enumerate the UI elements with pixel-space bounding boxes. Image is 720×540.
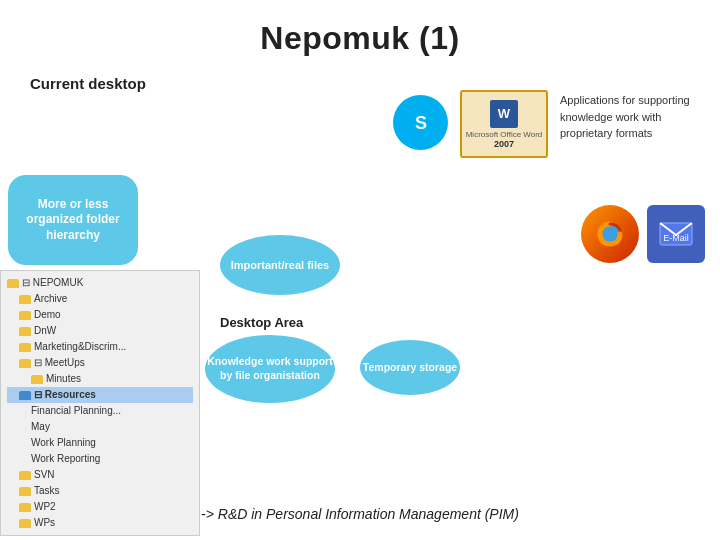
msword-year: 2007 bbox=[494, 139, 514, 149]
folder-item: Financial Planning... bbox=[7, 403, 193, 419]
folder-item: May bbox=[7, 419, 193, 435]
folder-icon bbox=[19, 359, 31, 368]
folder-icon bbox=[31, 375, 43, 384]
desktop-area-label: Desktop Area bbox=[220, 315, 303, 330]
important-files-bubble: Important/real files bbox=[220, 235, 340, 295]
knowledge-work-bubble: Knowledge work support by file organista… bbox=[205, 335, 335, 403]
folder-item: SVN bbox=[7, 467, 193, 483]
folder-item: Demo bbox=[7, 307, 193, 323]
folder-icon bbox=[7, 279, 19, 288]
slide-container: Nepomuk (1) Current desktop More or less… bbox=[0, 0, 720, 540]
right-section: S W Microsoft Office Word 2007 Applicati… bbox=[393, 90, 705, 158]
folder-item: Work Planning bbox=[7, 435, 193, 451]
folder-item: Work Reporting bbox=[7, 451, 193, 467]
knowledge-work-text: Knowledge work support by file organista… bbox=[205, 355, 335, 382]
folder-bubble-text: More or less organized folder hierarchy bbox=[18, 197, 128, 244]
folder-item: Archive bbox=[7, 291, 193, 307]
folder-item: ⊟ NEPOMUK bbox=[7, 275, 193, 291]
temp-storage-bubble: Temporary storage bbox=[360, 340, 460, 395]
apps-description: Applications for supporting knowledge wo… bbox=[560, 92, 705, 142]
folder-item: Tasks bbox=[7, 483, 193, 499]
firefox-icon bbox=[581, 205, 639, 263]
slide-title: Nepomuk (1) bbox=[30, 20, 690, 57]
folder-item: Minutes bbox=[7, 371, 193, 387]
folder-icon bbox=[19, 487, 31, 496]
folder-icon bbox=[19, 391, 31, 400]
folder-tree: ⊟ NEPOMUK Archive Demo DnW Marketing&Dis… bbox=[0, 270, 200, 536]
folder-icon bbox=[19, 311, 31, 320]
msword-icon: W bbox=[490, 100, 518, 128]
msword-box: W Microsoft Office Word 2007 bbox=[460, 90, 548, 158]
folder-item: ⊟ MeetUps bbox=[7, 355, 193, 371]
folder-icon bbox=[19, 343, 31, 352]
temp-storage-text: Temporary storage bbox=[363, 361, 457, 375]
folder-icon bbox=[19, 327, 31, 336]
svg-text:S: S bbox=[414, 113, 426, 133]
email-icon: E-Mail bbox=[647, 205, 705, 263]
important-files-text: Important/real files bbox=[231, 258, 329, 272]
bottom-icons-row: E-Mail bbox=[581, 205, 705, 263]
skype-svg: S bbox=[405, 107, 437, 139]
skype-area: S bbox=[393, 95, 448, 150]
bottom-label: -> R&D in Personal Information Managemen… bbox=[0, 506, 720, 522]
folder-item: DnW bbox=[7, 323, 193, 339]
folder-icon bbox=[19, 295, 31, 304]
folder-item: Marketing&Discrim... bbox=[7, 339, 193, 355]
svg-text:E-Mail: E-Mail bbox=[663, 233, 689, 243]
folder-hierarchy-bubble: More or less organized folder hierarchy bbox=[8, 175, 138, 265]
folder-item-resources: ⊟ Resources bbox=[7, 387, 193, 403]
msword-label: Microsoft Office Word bbox=[466, 130, 543, 139]
msword-area: W Microsoft Office Word 2007 bbox=[460, 90, 548, 158]
skype-icon: S bbox=[393, 95, 448, 150]
folder-icon bbox=[19, 471, 31, 480]
